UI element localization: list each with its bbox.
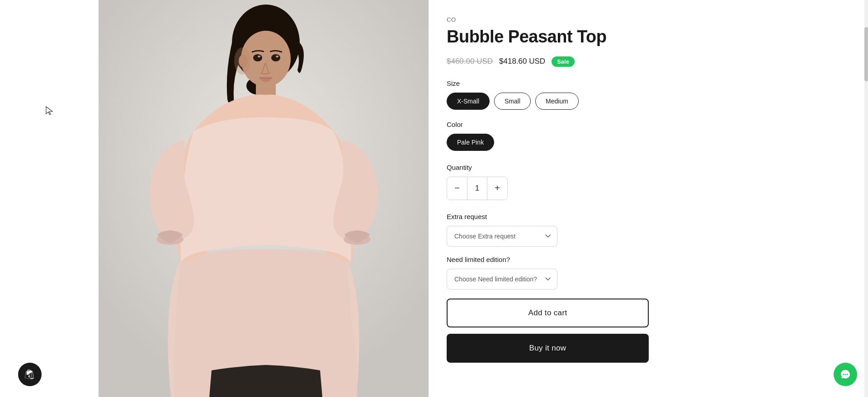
sale-badge: Sale — [552, 56, 575, 67]
cursor — [45, 106, 54, 118]
extra-request-section: Extra request Choose Extra request — [447, 213, 846, 247]
quantity-control: − 1 + — [447, 177, 508, 200]
quantity-label: Quantity — [447, 163, 846, 171]
extra-request-label: Extra request — [447, 213, 846, 220]
sale-price: $418.60 USD — [499, 57, 545, 66]
shopify-icon — [24, 368, 36, 381]
color-option-pale-pink[interactable]: Pale Pink — [447, 134, 494, 151]
quantity-increase-button[interactable]: + — [487, 177, 507, 200]
buy-now-button[interactable]: Buy it now — [447, 334, 649, 363]
original-price: $460.00 USD — [447, 57, 493, 66]
size-option-medium[interactable]: Medium — [535, 93, 579, 110]
color-label: Color — [447, 121, 846, 128]
color-options: Pale Pink — [447, 134, 846, 151]
svg-point-17 — [847, 374, 848, 375]
size-option-small[interactable]: Small — [494, 93, 531, 110]
quantity-section: Quantity − 1 + — [447, 163, 846, 200]
size-options: X-Small Small Medium — [447, 93, 846, 110]
product-detail-panel: CO Bubble Peasant Top $460.00 USD $418.6… — [429, 0, 868, 397]
extra-request-select[interactable]: Choose Extra request — [447, 226, 557, 247]
svg-point-10 — [253, 54, 262, 61]
product-image — [99, 0, 429, 397]
product-title: Bubble Peasant Top — [447, 27, 846, 47]
price-row: $460.00 USD $418.60 USD Sale — [447, 56, 846, 67]
add-to-cart-button[interactable]: Add to cart — [447, 299, 649, 327]
limited-edition-label: Need limited edition? — [447, 256, 846, 263]
limited-edition-select[interactable]: Choose Need limited edition? — [447, 269, 557, 290]
svg-point-12 — [258, 56, 260, 57]
scrollbar[interactable] — [864, 0, 868, 397]
scrollbar-thumb[interactable] — [864, 27, 868, 81]
product-image-area — [99, 0, 429, 397]
svg-point-16 — [845, 374, 846, 375]
quantity-decrease-button[interactable]: − — [447, 177, 467, 200]
size-option-xsmall[interactable]: X-Small — [447, 93, 490, 110]
chat-icon — [840, 369, 851, 380]
chat-button[interactable] — [834, 363, 857, 386]
size-label: Size — [447, 79, 846, 87]
svg-point-13 — [276, 56, 278, 57]
brand-label: CO — [447, 16, 846, 23]
svg-point-14 — [234, 47, 250, 75]
quantity-value: 1 — [467, 177, 487, 200]
left-spacer — [0, 0, 99, 397]
svg-point-11 — [271, 54, 280, 61]
limited-edition-section: Need limited edition? Choose Need limite… — [447, 256, 846, 290]
svg-point-15 — [843, 374, 844, 375]
shopify-badge[interactable] — [18, 363, 42, 386]
